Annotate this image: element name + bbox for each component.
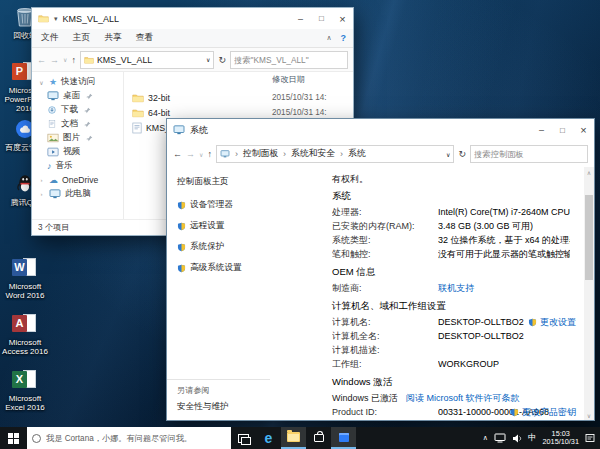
refresh-button[interactable]	[218, 55, 226, 65]
control-panel-search-input[interactable]	[470, 145, 588, 163]
computer-icon	[49, 189, 61, 199]
sidebar-device-manager[interactable]: 设备管理器	[177, 199, 270, 211]
system-minimize-button[interactable]	[531, 119, 552, 141]
nav-videos[interactable]: 视频	[32, 145, 123, 159]
back-button[interactable]	[173, 149, 182, 159]
breadcrumb-control-panel[interactable]: 控制面板	[243, 148, 278, 160]
quick-access-toolbar-arrow-icon[interactable]	[54, 15, 58, 23]
breadcrumb-system-security[interactable]: 系统和安全	[291, 148, 335, 160]
desktop: 回收站 Microsoft PowerPoint 2016 百度云管家 腾讯QQ…	[0, 0, 600, 449]
sidebar-remote-settings[interactable]: 远程设置	[177, 220, 270, 232]
network-icon[interactable]	[494, 433, 506, 443]
forward-button[interactable]	[186, 149, 195, 159]
taskbar-active-app-button[interactable]	[331, 427, 356, 449]
up-button[interactable]	[71, 55, 76, 65]
chevron-right-icon[interactable]	[38, 177, 45, 183]
desktop-icon-word[interactable]: Microsoft Word 2016	[2, 256, 48, 300]
system-maximize-button[interactable]	[552, 119, 573, 141]
ime-indicator[interactable]: 中	[528, 432, 537, 444]
task-view-button[interactable]	[231, 427, 256, 449]
nav-desktop[interactable]: 桌面	[32, 89, 123, 103]
system-window: 系统 控制面板 系统和安全 系统	[166, 118, 595, 421]
help-icon[interactable]	[341, 33, 347, 43]
sidebar-advanced-settings[interactable]: 高级系统设置	[177, 262, 270, 274]
property-row-description: 计算机描述:	[332, 343, 570, 357]
clock[interactable]: 15:03 2015/10/31	[542, 430, 579, 446]
desktop-icon-excel[interactable]: Microsoft Excel 2016	[2, 368, 48, 412]
pin-icon	[84, 107, 91, 114]
back-button[interactable]	[37, 55, 46, 65]
scrollbar-thumb[interactable]	[585, 195, 593, 280]
computer-icon	[173, 125, 185, 135]
chevron-right-icon[interactable]	[38, 191, 45, 197]
up-button[interactable]	[207, 149, 212, 159]
nav-pictures[interactable]: 图片	[32, 131, 123, 145]
cortana-search-box[interactable]: 我是 Cortana，小娜。有问题尽管问我。	[27, 427, 231, 449]
change-settings-link[interactable]: 更改设置	[528, 315, 576, 329]
folder-icon	[132, 108, 144, 118]
onedrive-icon	[49, 175, 58, 185]
online-support-link[interactable]: 联机支持	[438, 282, 474, 295]
menu-file[interactable]: 文件	[41, 32, 59, 44]
address-bar[interactable]: KMS_VL_ALL	[80, 51, 215, 69]
tab-view[interactable]: 查看	[136, 32, 154, 44]
taskbar-explorer-button[interactable]	[281, 427, 306, 449]
explorer-minimize-button[interactable]	[290, 8, 311, 29]
nav-music[interactable]: 音乐	[32, 159, 123, 173]
property-value: 没有可用于此显示器的笔或触控输入	[438, 248, 570, 261]
sidebar-system-protection[interactable]: 系统保护	[177, 241, 270, 253]
file-name: 64-bit	[148, 108, 170, 118]
address-dropdown-icon[interactable]	[206, 56, 210, 63]
file-row[interactable]: 32-bit 2015/10/31 14:	[124, 90, 353, 105]
explorer-close-button[interactable]	[332, 8, 353, 29]
forward-button[interactable]	[50, 55, 59, 65]
system-close-button[interactable]	[573, 119, 594, 141]
navigation-pane: 快速访问 桌面 下载 文档	[32, 72, 124, 219]
nav-this-pc[interactable]: 此电脑	[32, 187, 123, 201]
change-product-key-link[interactable]: 更改产品密钥	[510, 405, 576, 419]
folder-icon	[84, 56, 94, 64]
system-titlebar: 系统	[167, 119, 594, 141]
sidebar-task-label: 高级系统设置	[190, 262, 242, 274]
recent-locations-icon[interactable]	[63, 56, 67, 63]
system-window-title: 系统	[190, 124, 208, 137]
sidebar-security-maintenance[interactable]: 安全性与维护	[177, 401, 270, 413]
nav-documents[interactable]: 文档	[32, 117, 123, 131]
nav-downloads[interactable]: 下载	[32, 103, 123, 117]
scrollbar[interactable]	[584, 167, 594, 420]
nav-quick-access[interactable]: 快速访问	[32, 75, 123, 89]
recent-locations-icon[interactable]	[199, 151, 203, 158]
edge-icon: e	[265, 431, 273, 445]
tab-home[interactable]: 主页	[73, 32, 91, 44]
scroll-up-icon[interactable]	[584, 167, 594, 177]
ribbon-collapse-icon[interactable]	[326, 33, 331, 43]
property-row-system-type: 系统类型: 32 位操作系统，基于 x64 的处理器	[332, 233, 570, 247]
taskbar-edge-button[interactable]: e	[256, 427, 281, 449]
column-header-date-modified[interactable]: 修改日期	[272, 74, 305, 85]
volume-icon[interactable]	[512, 434, 522, 443]
desktop-icon-access[interactable]: Microsoft Access 2016	[2, 312, 48, 356]
license-terms-link[interactable]: 阅读 Microsoft 软件许可条款	[406, 392, 520, 405]
chevron-down-icon[interactable]	[38, 79, 45, 86]
start-button[interactable]	[0, 427, 27, 449]
scroll-down-icon[interactable]	[584, 410, 594, 420]
sidebar-task-label: 设备管理器	[190, 199, 233, 211]
taskbar-store-button[interactable]	[306, 427, 331, 449]
file-icon	[132, 122, 142, 134]
address-dropdown-icon[interactable]	[446, 151, 450, 158]
sidebar-control-panel-home[interactable]: 控制面板主页	[177, 176, 270, 188]
property-row-full-name: 计算机全名: DESKTOP-OLLTBO2	[332, 329, 570, 343]
nav-onedrive[interactable]: OneDrive	[32, 173, 123, 187]
explorer-maximize-button[interactable]	[311, 8, 332, 29]
breadcrumb-system[interactable]: 系统	[348, 148, 366, 160]
action-center-icon[interactable]	[585, 433, 595, 443]
shield-icon	[510, 408, 519, 417]
refresh-button[interactable]	[458, 149, 466, 159]
desktop-icon-label: Microsoft Excel 2016	[2, 394, 48, 412]
breadcrumb[interactable]: 控制面板 系统和安全 系统	[216, 145, 455, 163]
tab-share[interactable]: 共享	[104, 32, 122, 44]
property-value: DESKTOP-OLLTBO2	[438, 317, 524, 327]
system-tray: 中 15:03 2015/10/31	[478, 427, 600, 449]
explorer-search-input[interactable]	[230, 51, 348, 69]
tray-overflow-chevron-icon[interactable]	[483, 434, 488, 442]
